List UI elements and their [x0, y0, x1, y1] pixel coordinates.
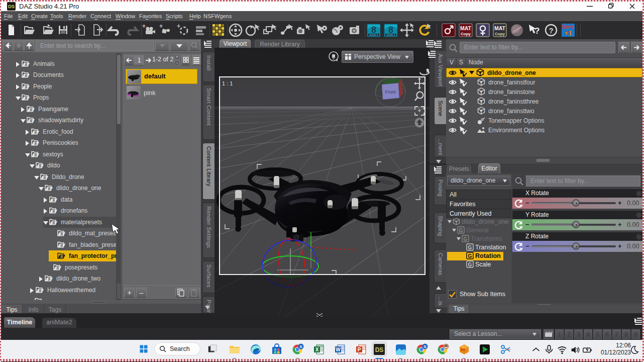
- svg-text:+: +: [142, 23, 146, 30]
- svg-text:S: S: [423, 344, 426, 349]
- svg-text:MAT: MAT: [494, 25, 506, 31]
- svg-text:?: ?: [549, 26, 553, 35]
- svg-text:Front: Front: [385, 89, 396, 95]
- svg-text:S: S: [299, 344, 302, 349]
- svg-text:Copy: Copy: [461, 32, 471, 36]
- svg-text:MAT: MAT: [460, 25, 472, 31]
- svg-text:Copy: Copy: [495, 32, 505, 36]
- svg-text:+1: +1: [565, 29, 572, 37]
- svg-text:W: W: [336, 347, 341, 352]
- svg-text:?: ?: [534, 26, 540, 36]
- svg-text:1 : 1: 1 : 1: [222, 80, 233, 86]
- svg-text:P: P: [358, 347, 361, 352]
- svg-text:MODEL 8: MODEL 8: [387, 34, 395, 36]
- svg-text:+: +: [177, 23, 180, 30]
- svg-text:DS: DS: [375, 346, 384, 353]
- svg-text:MODEL 8: MODEL 8: [370, 34, 378, 36]
- svg-text:+: +: [159, 23, 163, 30]
- svg-text:8: 8: [388, 25, 393, 35]
- svg-text:X: X: [315, 347, 319, 352]
- svg-text:8: 8: [371, 25, 376, 35]
